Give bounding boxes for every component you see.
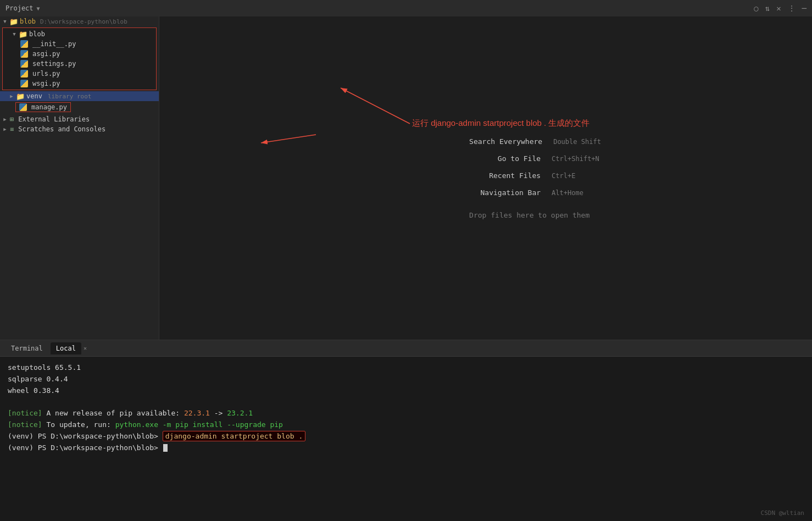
svg-line-2 [261, 135, 316, 143]
py-icon-init [20, 40, 28, 48]
manage-py-box: manage.py [15, 102, 71, 112]
title-bar-icons: ○ ⇅ ✕ ⋮ ─ [754, 4, 807, 13]
nav-bar-key: Alt+Home [552, 189, 583, 197]
venv-folder-icon: 📁 [16, 92, 24, 100]
drop-text: Drop files here to open them [469, 211, 589, 219]
shortcuts-container: Search Everywhere Double Shift Go to Fil… [469, 137, 601, 219]
chevron-venv-icon: ▶ [9, 93, 14, 99]
blob-folder[interactable]: ▼ 📁 blob [3, 29, 156, 39]
main-layout: ▼ 📁 blob D:\workspace-python\blob ▼ 📁 bl… [0, 16, 812, 340]
title-bar-left: Project ▼ [5, 4, 40, 12]
circle-icon: ○ [754, 4, 758, 13]
svg-line-1 [341, 88, 410, 124]
init-py-label: __init__.py [32, 40, 76, 48]
close-icon[interactable]: ✕ [776, 4, 781, 13]
wsgi-py-item[interactable]: wsgi.py [3, 79, 156, 88]
annotation-chinese: 运行 django-admin startproject blob . 生成的文… [412, 118, 589, 129]
scratches-item[interactable]: ▶ ≡ Scratches and Consoles [0, 124, 159, 134]
sidebar: ▼ 📁 blob D:\workspace-python\blob ▼ 📁 bl… [0, 16, 159, 340]
manage-py-item[interactable]: manage.py [15, 102, 71, 112]
terminal-line-prompt: (venv) PS D:\workspace-python\blob> [8, 442, 804, 454]
terminal-body[interactable]: setuptools 65.5.1 sqlparse 0.4.4 wheel 0… [0, 357, 812, 521]
terminal-line-3: wheel 0.38.4 [8, 385, 804, 397]
py-icon-wsgi [20, 80, 28, 87]
watermark: CSDN @wltian [761, 509, 804, 517]
chevron-ext-icon: ▶ [2, 117, 8, 122]
terminal-line-blank [8, 396, 804, 408]
menu-icon[interactable]: ⋮ [788, 4, 796, 13]
py-icon-urls [20, 70, 28, 77]
terminal-panel: Terminal Local ✕ setuptools 65.5.1 sqlpa… [0, 340, 812, 521]
title-bar: Project ▼ ○ ⇅ ✕ ⋮ ─ [0, 0, 812, 16]
terminal-line-1: setuptools 65.5.1 [8, 362, 804, 374]
recent-files-label: Recent Files [469, 171, 541, 180]
scratches-icon: ≡ [10, 125, 14, 133]
blob-folder-label: blob [29, 30, 45, 38]
shortcut-recent: Recent Files Ctrl+E [469, 171, 575, 180]
project-dropdown[interactable]: Project [5, 4, 34, 12]
local-tab-container: Local ✕ [51, 342, 87, 354]
manage-py-label: manage.py [31, 103, 67, 111]
recent-files-key: Ctrl+E [552, 172, 575, 180]
blob-folder-box: ▼ 📁 blob __init__.py asgi.py settin [2, 27, 157, 90]
shortcut-nav: Navigation Bar Alt+Home [469, 189, 583, 197]
shortcut-file: Go to File Ctrl+Shift+N [469, 154, 599, 163]
urls-py-item[interactable]: urls.py [3, 69, 156, 79]
terminal-line-2: sqlparse 0.4.4 [8, 374, 804, 385]
terminal-line-cmd: (venv) PS D:\workspace-python\blob> djan… [8, 431, 804, 442]
tree-root[interactable]: ▼ 📁 blob D:\workspace-python\blob [0, 16, 159, 26]
go-to-file-label: Go to File [469, 154, 541, 163]
file-tree: ▼ 📁 blob D:\workspace-python\blob ▼ 📁 bl… [0, 16, 159, 340]
venv-item[interactable]: ▶ 📁 venv library root [0, 91, 159, 101]
go-to-file-key: Ctrl+Shift+N [552, 155, 599, 163]
asgi-py-item[interactable]: asgi.py [3, 49, 156, 59]
py-icon-asgi [20, 50, 28, 58]
terminal-line-notice1: [notice] A new release of pip available:… [8, 408, 804, 419]
chevron-icon: ▼ [2, 19, 8, 24]
py-icon-manage [19, 103, 27, 111]
content-area: 运行 django-admin startproject blob . 生成的文… [159, 16, 812, 340]
local-tab[interactable]: Local [51, 342, 81, 354]
terminal-line-notice2: [notice] To update, run: python.exe -m p… [8, 419, 804, 431]
root-path: D:\workspace-python\blob [40, 18, 127, 25]
ext-icon: ⊞ [10, 115, 14, 123]
chevron-blob-icon: ▼ [12, 31, 17, 37]
terminal-tabs: Terminal Local ✕ [0, 340, 812, 357]
settings-py-label: settings.py [32, 60, 76, 68]
arrows-icon[interactable]: ⇅ [765, 4, 770, 13]
urls-py-label: urls.py [32, 70, 60, 77]
venv-label: venv [26, 92, 42, 100]
blob-folder-icon: 📁 [19, 30, 27, 38]
external-libs-label: External Libraries [18, 115, 90, 123]
init-py-item[interactable]: __init__.py [3, 39, 156, 49]
local-tab-close[interactable]: ✕ [84, 345, 87, 351]
shortcut-search: Search Everywhere Double Shift [469, 137, 601, 146]
chevron-scratches-icon: ▶ [2, 126, 8, 132]
venv-sublabel: library root [48, 93, 91, 100]
asgi-py-label: asgi.py [32, 50, 60, 58]
py-icon-settings [20, 60, 28, 68]
search-everywhere-label: Search Everywhere [469, 137, 542, 146]
terminal-tab-label[interactable]: Terminal [5, 342, 48, 354]
folder-icon: 📁 [10, 18, 18, 25]
minimize-icon[interactable]: ─ [802, 4, 807, 13]
dropdown-icon: ▼ [37, 5, 40, 12]
settings-py-item[interactable]: settings.py [3, 59, 156, 69]
nav-bar-label: Navigation Bar [469, 189, 541, 197]
wsgi-py-label: wsgi.py [32, 80, 60, 87]
root-label: blob [20, 18, 36, 25]
search-everywhere-key: Double Shift [553, 138, 601, 146]
cursor [163, 444, 168, 452]
external-libs-item[interactable]: ▶ ⊞ External Libraries [0, 114, 159, 124]
scratches-label: Scratches and Consoles [18, 125, 105, 133]
